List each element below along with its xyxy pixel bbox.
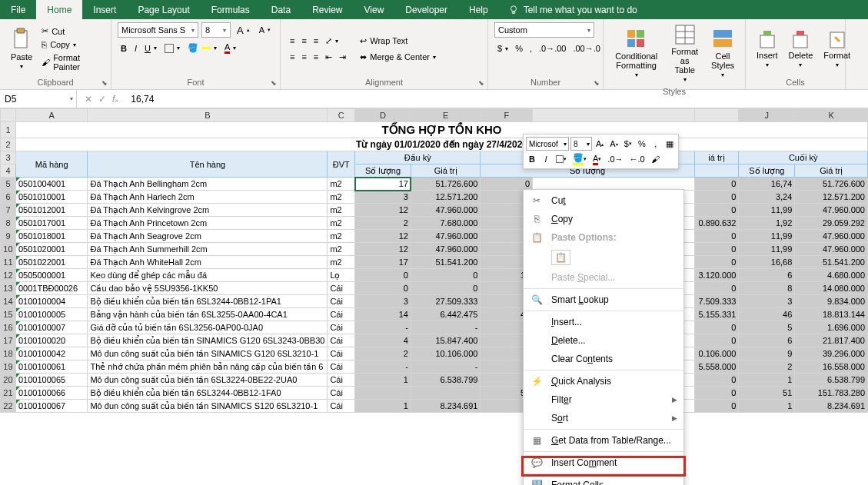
cell[interactable]: Cái: [328, 308, 355, 321]
cell[interactable]: Cái: [328, 400, 355, 413]
col-header-i[interactable]: [694, 109, 739, 122]
cut-button[interactable]: ✂Cut: [38, 25, 105, 38]
cell[interactable]: 0100100061: [15, 360, 87, 374]
decrease-decimal-button[interactable]: .00→.0: [570, 42, 603, 55]
col-header-c[interactable]: C: [328, 109, 355, 122]
cell[interactable]: 0: [411, 269, 480, 282]
cell[interactable]: Lọ: [328, 269, 355, 282]
menu-cut[interactable]: ✂Cut: [524, 191, 683, 210]
cell[interactable]: 0: [694, 387, 739, 400]
border-button[interactable]: ▾: [161, 42, 183, 55]
menu-format-cells[interactable]: 🔢Format Cells...: [524, 476, 683, 485]
cell[interactable]: 16,74: [739, 178, 795, 191]
worksheet[interactable]: A B C D E F J K 1TỔNG HỢP TỒN KHO 2Từ ng…: [0, 108, 868, 413]
cell[interactable]: 0100100004: [15, 295, 87, 308]
cell[interactable]: 0505000001: [15, 269, 87, 282]
cell[interactable]: 47.960.000: [411, 230, 480, 243]
menu-delete[interactable]: Delete...: [524, 331, 683, 350]
col-header-e[interactable]: E: [411, 109, 480, 122]
mini-fill[interactable]: 🪣▾: [570, 152, 589, 166]
row-header[interactable]: 20: [1, 374, 16, 387]
comma-button[interactable]: ,: [527, 42, 535, 55]
cell[interactable]: 2: [355, 347, 411, 360]
alignment-launcher[interactable]: ⬊: [477, 78, 486, 88]
tab-review[interactable]: Review: [301, 0, 353, 19]
cell[interactable]: -: [411, 360, 480, 374]
cell[interactable]: 0501010001: [15, 191, 87, 204]
number-format-input[interactable]: [495, 25, 584, 35]
cell[interactable]: 3: [355, 295, 411, 308]
cell[interactable]: 4: [355, 334, 411, 347]
menu-insert[interactable]: Insert...: [524, 313, 683, 331]
row-header[interactable]: 1: [1, 122, 16, 138]
increase-decimal-button[interactable]: .0→.00: [536, 42, 569, 55]
cell[interactable]: Cái: [328, 334, 355, 347]
menu-sort[interactable]: Sort▶: [524, 409, 683, 427]
fx-button[interactable]: fₓ: [112, 94, 118, 105]
cell[interactable]: 11,99: [739, 243, 795, 256]
cell[interactable]: 5.155.331: [694, 308, 739, 321]
row-header[interactable]: 6: [1, 191, 16, 204]
row-header[interactable]: 16: [1, 321, 16, 334]
cell[interactable]: Cái: [328, 374, 355, 387]
cell[interactable]: Bộ điều khiển của biến tần SINAMICS G120…: [88, 334, 328, 347]
shrink-font-button[interactable]: A▾: [256, 24, 274, 36]
mini-grow-font[interactable]: A▴: [594, 137, 606, 151]
tell-me[interactable]: Tell me what you want to do: [499, 0, 647, 19]
cell[interactable]: 6.442.475: [411, 308, 480, 321]
row-header[interactable]: 17: [1, 334, 16, 347]
cell[interactable]: 3: [739, 295, 795, 308]
align-center-button[interactable]: ≡: [298, 51, 309, 63]
cell[interactable]: 0100100067: [15, 400, 87, 413]
font-size-input[interactable]: [202, 25, 219, 35]
cell[interactable]: 5: [739, 321, 795, 334]
cell[interactable]: 0501022001: [15, 256, 87, 269]
cell[interactable]: Đá Thạch Anh WhiteHall 2cm: [88, 256, 328, 269]
row-header[interactable]: 9: [1, 230, 16, 243]
cell[interactable]: 12.571.200: [795, 191, 868, 204]
cell[interactable]: 14: [355, 308, 411, 321]
cell[interactable]: 12: [355, 243, 411, 256]
mini-font-color[interactable]: A▾: [590, 152, 604, 166]
cell[interactable]: 27.509.333: [411, 295, 480, 308]
cell[interactable]: 0: [694, 400, 739, 413]
cell[interactable]: Bộ điều khiển của biến tần 6SL3244-0BB12…: [88, 387, 328, 400]
row-header[interactable]: 10: [1, 243, 16, 256]
mini-size-combo[interactable]: ▾: [570, 137, 592, 151]
cell[interactable]: Mô đun công suất của biến tần SINAMICS G…: [88, 347, 328, 360]
row-header[interactable]: 15: [1, 308, 16, 321]
cell[interactable]: Thẻ nhớ chứa phần mềm phiên bản nâng cấp…: [88, 360, 328, 374]
cell[interactable]: 0001TBĐ00026: [15, 282, 87, 295]
cell[interactable]: 47.960.000: [795, 243, 868, 256]
mini-accounting[interactable]: $▾: [622, 137, 634, 151]
cell[interactable]: 0.106.000: [694, 347, 739, 360]
cell[interactable]: Cái: [328, 387, 355, 400]
cell[interactable]: Keo dùng để ghép các mẫu đá: [88, 269, 328, 282]
menu-filter[interactable]: Filter▶: [524, 390, 683, 409]
format-cells-button[interactable]: Format▾: [819, 28, 855, 70]
cell[interactable]: 7.509.333: [694, 295, 739, 308]
tab-view[interactable]: View: [354, 0, 395, 19]
cell[interactable]: 1.696.000: [795, 321, 868, 334]
menu-get-data[interactable]: ▦Get Data from Table/Range...: [524, 431, 683, 450]
cell[interactable]: 0: [694, 256, 739, 269]
font-color-button[interactable]: A▾: [221, 41, 239, 55]
menu-copy[interactable]: ⎘Copy: [524, 210, 683, 228]
tab-file[interactable]: File: [0, 0, 36, 19]
cell[interactable]: 29.059.292: [795, 217, 868, 230]
cell[interactable]: 3,24: [739, 191, 795, 204]
cell[interactable]: 0100100007: [15, 321, 87, 334]
cell[interactable]: 17: [355, 256, 411, 269]
cell[interactable]: 0: [694, 243, 739, 256]
cell[interactable]: 12: [355, 204, 411, 217]
cell[interactable]: 9.834.000: [795, 295, 868, 308]
cell[interactable]: 16,68: [739, 256, 795, 269]
menu-clear[interactable]: Clear Contents: [524, 350, 683, 368]
insert-cells-button[interactable]: Insert▾: [752, 28, 783, 70]
cell[interactable]: 3.120.000: [694, 269, 739, 282]
cell[interactable]: 12: [355, 230, 411, 243]
mini-inc-decimal[interactable]: .0→: [605, 152, 625, 166]
merge-center-button[interactable]: ⬌Merge & Center▾: [357, 51, 439, 64]
font-name-combo[interactable]: ▾: [118, 22, 198, 38]
mini-percent[interactable]: %: [636, 137, 648, 151]
